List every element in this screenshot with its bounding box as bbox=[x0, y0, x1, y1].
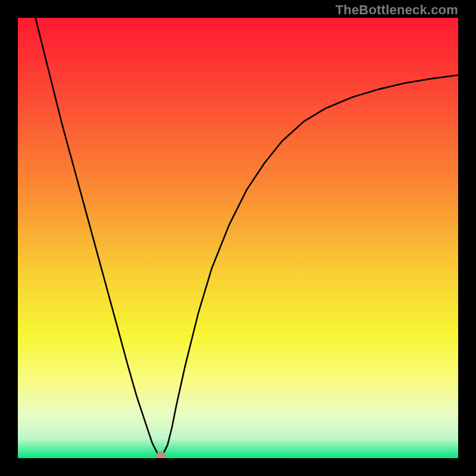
chart-frame: TheBottleneck.com bbox=[0, 0, 476, 476]
watermark-text: TheBottleneck.com bbox=[336, 2, 458, 18]
bottleneck-curve bbox=[18, 18, 458, 458]
plot-area bbox=[18, 18, 458, 458]
